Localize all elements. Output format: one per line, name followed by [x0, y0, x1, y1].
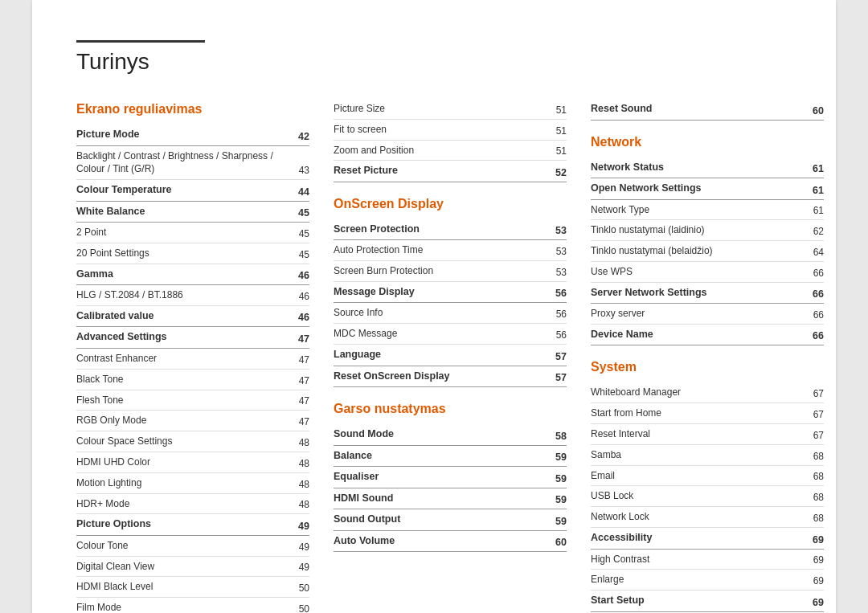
toc-row: Accessibility69	[591, 528, 824, 550]
toc-label: Reset Picture	[334, 164, 555, 178]
toc-row: HDR+ Mode48	[76, 494, 309, 515]
col3-items0: Reset Sound60	[591, 99, 824, 121]
toc-page-num: 45	[299, 228, 309, 239]
toc-page-num: 53	[556, 267, 567, 278]
toc-page-num: 43	[299, 165, 309, 176]
toc-row: Tinklo nustatymai (laidinio)62	[591, 220, 824, 241]
toc-label: Start from Home	[591, 407, 813, 420]
toc-page-num: 56	[556, 309, 567, 320]
toc-row: White Balance45	[76, 202, 309, 223]
toc-label: Source Info	[334, 306, 556, 320]
toc-label: Gamma	[76, 268, 298, 282]
toc-label: Reset OnScreen Display	[334, 370, 555, 384]
toc-page-num: 51	[556, 145, 567, 157]
toc-page-num: 57	[555, 372, 567, 383]
toc-page-num: 58	[555, 431, 567, 442]
toc-label: Network Status	[591, 161, 813, 175]
title-bar	[76, 40, 205, 43]
toc-label: Digital Clean View	[76, 560, 299, 574]
toc-row: Screen Protection53	[334, 219, 567, 241]
toc-page-num: 68	[813, 513, 824, 524]
toc-page-num: 50	[299, 582, 309, 594]
toc-page-num: 47	[299, 395, 309, 407]
toc-label: Contrast Enhancer	[76, 352, 299, 366]
toc-page-num: 69	[813, 575, 824, 586]
toc-page-num: 47	[299, 416, 309, 427]
toc-row: Samba68	[591, 445, 824, 466]
toc-label: Enlarge	[591, 573, 813, 586]
toc-label: High Contrast	[591, 553, 813, 566]
toc-page-num: 69	[813, 534, 824, 546]
toc-row: Backlight / Contrast / Brightness / Shar…	[76, 146, 309, 181]
toc-page-num: 67	[813, 430, 824, 441]
toc-label: Picture Size	[334, 102, 556, 116]
toc-row: Reset Picture52	[334, 161, 567, 182]
toc-label: Picture Options	[76, 517, 298, 532]
toc-page-num: 66	[813, 309, 824, 321]
toc-row: Proxy server66	[591, 304, 824, 325]
toc-row: 20 Point Settings45	[76, 243, 309, 264]
toc-row: Screen Burn Protection53	[334, 261, 567, 282]
toc-label: Backlight / Contrast / Brightness / Shar…	[76, 149, 299, 177]
toc-row: Auto Protection Time53	[334, 240, 567, 261]
toc-row: Motion Lighting48	[76, 473, 309, 494]
toc-label: Equaliser	[334, 470, 555, 484]
toc-page-num: 56	[556, 329, 567, 341]
toc-row: Colour Tone49	[76, 536, 309, 557]
toc-label: Network Type	[591, 203, 813, 217]
toc-label: Email	[591, 469, 813, 483]
toc-label: Sound Mode	[334, 427, 555, 442]
toc-row: Zoom and Position51	[334, 141, 567, 161]
toc-label: Screen Protection	[334, 223, 555, 237]
toc-label: 20 Point Settings	[76, 247, 299, 260]
toc-label: 2 Point	[76, 226, 299, 239]
toc-page-num: 53	[555, 225, 567, 236]
toc-label: Flesh Tone	[76, 394, 299, 407]
toc-row: Tinklo nustatymai (belaidžio)64	[591, 241, 824, 262]
toc-row: Network Status61	[591, 157, 824, 179]
toc-row: Fit to screen51	[334, 120, 567, 141]
toc-row: Sound Output59	[334, 509, 567, 531]
toc-row: Equaliser59	[334, 467, 567, 488]
toc-page-num: 45	[298, 207, 309, 219]
toc-row: Colour Temperature44	[76, 180, 309, 202]
toc-page-num: 59	[555, 473, 567, 484]
toc-row: Sound Mode58	[334, 424, 567, 446]
toc-page-num: 64	[813, 247, 824, 258]
toc-label: MDC Message	[334, 327, 556, 341]
toc-page-num: 59	[555, 494, 567, 505]
toc-page-num: 46	[299, 291, 309, 302]
toc-row: Balance59	[334, 446, 567, 468]
toc-row: Email68	[591, 466, 824, 487]
toc-label: Zoom and Position	[334, 144, 556, 157]
toc-label: HDR+ Mode	[76, 497, 299, 511]
section-ekrano: Ekrano reguliavimas	[76, 102, 309, 116]
column-3: Reset Sound60 Network Network Status61Op…	[591, 99, 824, 613]
col2-items1: Picture Size51Fit to screen51Zoom and Po…	[334, 99, 567, 182]
toc-label: HDMI Black Level	[76, 580, 299, 594]
toc-label: Accessibility	[591, 531, 813, 546]
toc-page-num: 59	[555, 452, 567, 463]
toc-page-num: 50	[299, 603, 309, 613]
toc-row: HDMI Black Level50	[76, 577, 309, 598]
toc-label: Auto Protection Time	[334, 243, 556, 257]
col3-items2: Whiteboard Manager67Start from Home67Res…	[591, 382, 824, 611]
toc-row: MDC Message56	[334, 324, 567, 345]
toc-row: Whiteboard Manager67	[591, 382, 824, 403]
toc-row: 2 Point45	[76, 223, 309, 243]
toc-page-num: 69	[813, 554, 824, 566]
toc-page-num: 47	[299, 354, 309, 366]
toc-label: Device Name	[591, 328, 813, 342]
toc-label: Colour Tone	[76, 539, 299, 553]
toc-label: Language	[334, 348, 555, 362]
toc-page-num: 66	[813, 288, 824, 300]
toc-page-num: 53	[556, 246, 567, 257]
toc-page-num: 49	[298, 521, 309, 532]
toc-page-num: 47	[298, 333, 309, 345]
toc-label: Auto Volume	[334, 534, 555, 549]
toc-row: Reset Interval67	[591, 424, 824, 445]
toc-page-num: 61	[813, 185, 824, 196]
page-title: Turinys	[76, 49, 792, 75]
toc-page-num: 42	[298, 131, 309, 142]
toc-label: HDMI UHD Color	[76, 456, 299, 469]
